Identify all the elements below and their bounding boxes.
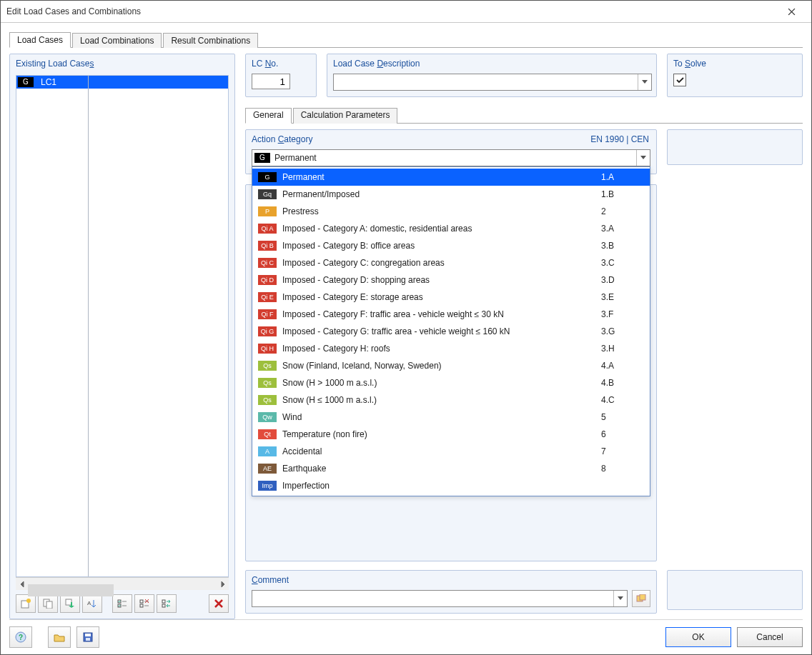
dropdown-item[interactable]: QsSnow (H > 1000 m a.s.l.)4.B	[252, 374, 650, 391]
copy-icon	[43, 599, 53, 609]
dropdown-item[interactable]: QtTemperature (non fire)6	[252, 426, 650, 443]
option-label: Snow (H ≤ 1000 m a.s.l.)	[282, 395, 587, 405]
dropdown-item[interactable]: Qi GImposed - Category G: traffic area -…	[252, 323, 650, 340]
option-tag: A	[258, 446, 277, 456]
down-arrow-icon	[65, 599, 75, 609]
lc-no-input[interactable]	[252, 74, 290, 89]
chevron-down-icon	[636, 150, 650, 166]
tab-general[interactable]: General	[245, 108, 292, 124]
action-category-dropdown[interactable]: GPermanent1.AGqPermanent/Imposed1.BPPres…	[252, 166, 650, 496]
option-tag: Qs	[258, 361, 277, 371]
top-tabs: Load Cases Load Combinations Result Comb…	[9, 30, 803, 48]
comment-combo[interactable]	[252, 590, 628, 607]
option-label: Imposed - Category A: domestic, resident…	[282, 224, 587, 234]
copy-loadcase-button[interactable]	[38, 594, 58, 613]
check-all-button[interactable]	[112, 594, 132, 613]
dropdown-item[interactable]: Qi CImposed - Category C: congregation a…	[252, 254, 650, 271]
open-button[interactable]	[48, 626, 71, 648]
dropdown-item[interactable]: AEEarthquake8	[252, 460, 650, 477]
new-loadcase-button[interactable]	[16, 594, 36, 613]
horizontal-scrollbar[interactable]	[16, 577, 229, 590]
dropdown-item[interactable]: AAccidental7	[252, 443, 650, 460]
to-solve-checkbox[interactable]	[673, 74, 686, 86]
option-code: 3.C	[601, 258, 644, 268]
lcno-title: LC No.	[252, 59, 310, 69]
dropdown-item[interactable]: GqPermanent/Imposed1.B	[252, 186, 650, 203]
action-category-combo[interactable]: G Permanent	[252, 149, 650, 166]
scroll-thumb[interactable]	[28, 584, 114, 596]
option-tag: Qi H	[258, 344, 277, 354]
swap-button[interactable]	[157, 594, 177, 613]
svg-rect-15	[162, 604, 165, 607]
sort-icon: A	[87, 599, 97, 609]
existing-load-cases-list[interactable]: GLC1	[16, 75, 229, 577]
option-label: Accidental	[282, 446, 587, 456]
tab-load-combinations[interactable]: Load Combinations	[72, 33, 162, 48]
dropdown-item[interactable]: PPrestress2	[252, 203, 650, 220]
option-label: Snow (Finland, Iceland, Norway, Sweden)	[282, 361, 587, 371]
option-code: 7	[601, 446, 644, 456]
apply-icon	[636, 594, 646, 603]
option-tag: P	[258, 206, 277, 216]
option-code: 5	[601, 412, 644, 422]
cancel-button[interactable]: Cancel	[737, 627, 803, 647]
group-existing-load-cases: Existing Load Cases GLC1	[9, 54, 235, 619]
list-item[interactable]: GLC1	[16, 76, 228, 89]
help-icon: ?	[15, 631, 26, 643]
dropdown-item[interactable]: Qi FImposed - Category F: traffic area -…	[252, 306, 650, 323]
chevron-down-icon	[613, 591, 627, 606]
scroll-right-button[interactable]	[217, 578, 229, 590]
dropdown-item[interactable]: Qi BImposed - Category B: office areas3.…	[252, 237, 650, 254]
comment-apply-button[interactable]	[632, 590, 650, 607]
close-button[interactable]	[777, 1, 806, 21]
dialog-footer: ? OK Cancel	[9, 619, 803, 654]
dropdown-item[interactable]: QwWind5	[252, 409, 650, 426]
tosolve-title: To Solve	[673, 59, 796, 69]
dropdown-item[interactable]: GPermanent1.A	[252, 169, 650, 186]
tab-load-cases[interactable]: Load Cases	[9, 32, 71, 48]
save-button[interactable]	[76, 626, 99, 648]
option-label: Wind	[282, 412, 587, 422]
list-toolbar: A	[16, 594, 229, 613]
dropdown-item[interactable]: Qi DImposed - Category D: shopping areas…	[252, 271, 650, 289]
option-code: 1.A	[601, 172, 644, 182]
delete-loadcase-button[interactable]	[209, 594, 229, 613]
tab-calculation-parameters[interactable]: Calculation Parameters	[293, 108, 398, 124]
option-code: 8	[601, 464, 644, 474]
option-tag: Qs	[258, 395, 277, 405]
lc-description-combo[interactable]	[333, 74, 652, 91]
chevron-down-icon	[638, 74, 651, 90]
group-title-existing: Existing Load Cases	[16, 59, 229, 69]
ok-button[interactable]: OK	[665, 627, 731, 647]
option-tag: AE	[258, 464, 277, 474]
option-label: Permanent	[282, 172, 587, 182]
dropdown-item[interactable]: Qi EImposed - Category E: storage areas3…	[252, 289, 650, 306]
option-label: Temperature (non fire)	[282, 429, 587, 439]
svg-text:A: A	[87, 600, 91, 606]
inner-tabs: General Calculation Parameters	[245, 107, 803, 124]
dropdown-item[interactable]: Qi HImposed - Category H: roofs3.H	[252, 340, 650, 357]
uncheck-all-button[interactable]	[134, 594, 154, 613]
option-code: 3.D	[601, 275, 644, 285]
help-button[interactable]: ?	[9, 626, 32, 648]
option-tag: Qw	[258, 412, 277, 422]
option-tag: Qt	[258, 429, 277, 439]
lcdesc-title: Load Case Description	[333, 59, 650, 69]
svg-text:?: ?	[19, 634, 23, 641]
dropdown-item[interactable]: ImpImperfection	[252, 477, 650, 494]
dropdown-item[interactable]: Qi AImposed - Category A: domestic, resi…	[252, 220, 650, 237]
sort-button[interactable]: A	[82, 594, 102, 613]
dropdown-item[interactable]: QsSnow (Finland, Iceland, Norway, Sweden…	[252, 357, 650, 374]
list-divider	[88, 76, 89, 576]
svg-rect-21	[85, 634, 91, 636]
folder-open-icon	[54, 631, 65, 643]
scroll-left-button[interactable]	[16, 578, 28, 590]
assign-button[interactable]	[60, 594, 80, 613]
tab-result-combinations[interactable]: Result Combinations	[163, 33, 258, 48]
option-label: Imperfection	[282, 481, 587, 491]
dropdown-item[interactable]: QsSnow (H ≤ 1000 m a.s.l.)4.C	[252, 391, 650, 409]
option-code: 2	[601, 206, 644, 216]
option-label: Earthquake	[282, 464, 587, 474]
checklist-icon	[117, 599, 127, 609]
check-icon	[676, 77, 684, 84]
